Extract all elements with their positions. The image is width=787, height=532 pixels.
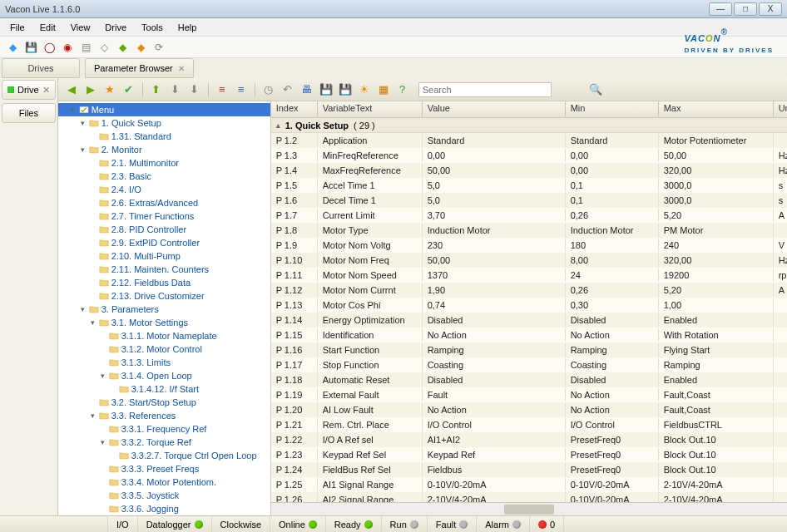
close-drive-icon[interactable]: ✕	[42, 85, 50, 96]
tree-item[interactable]: 3.3.6. Jogging	[58, 502, 270, 515]
menu-tools[interactable]: Tools	[135, 20, 170, 35]
table-row[interactable]: P 1.11Motor Nom Speed13702419200rpm0	[271, 268, 787, 283]
expand-icon[interactable]	[88, 159, 98, 167]
table-row[interactable]: P 1.4MaxFreqReference50,000,00320,00Hz0,…	[271, 163, 787, 178]
tree-item[interactable]: 3.3.1. Frequency Ref	[58, 422, 270, 436]
tree-item[interactable]: 2.10. Multi-Pump	[58, 249, 270, 263]
tree-item[interactable]: 3.1.4.12. I/f Start	[58, 382, 270, 396]
tree-item[interactable]: 3.1.1. Motor Nameplate	[58, 329, 270, 342]
table-row[interactable]: P 1.19External FaultFaultNo ActionFault,…	[271, 387, 787, 402]
tree-item[interactable]: 1.31. Standard	[58, 130, 270, 143]
table-row[interactable]: P 1.6Decel Time 15,00,13000,0s5,0	[271, 193, 787, 208]
horizontal-scrollbar[interactable]	[271, 502, 787, 515]
table-row[interactable]: P 1.24FieldBus Ref SelFieldbusPresetFreq…	[271, 462, 787, 477]
drives-tab[interactable]: Drives	[2, 58, 80, 78]
expand-icon[interactable]: ▾	[88, 411, 98, 420]
expand-icon[interactable]: ▾	[78, 119, 88, 127]
expand-icon[interactable]	[88, 212, 98, 220]
record-icon[interactable]: ◉	[60, 40, 75, 55]
table-row[interactable]: P 1.26AI2 Signal Range2-10V/4-20mA0-10V/…	[271, 492, 787, 502]
expand-icon[interactable]	[88, 172, 98, 180]
table-row[interactable]: P 1.13Motor Cos Phi0,740,301,000,00	[271, 298, 787, 313]
tree-item[interactable]: 2.7. Timer Functions	[58, 209, 270, 223]
table-row[interactable]: P 1.21Rem. Ctrl. PlaceI/O ControlI/O Con…	[271, 417, 787, 432]
tree-item[interactable]: ▾3. Parameters	[58, 303, 270, 316]
expand-icon[interactable]	[98, 345, 108, 353]
tree-item[interactable]: 2.1. Multimonitor	[58, 156, 270, 170]
collapse-icon[interactable]: ▴	[276, 121, 280, 130]
table-row[interactable]: P 1.17Stop FunctionCoastingCoastingRampi…	[271, 357, 787, 372]
nav-fwd-icon[interactable]: ▶	[82, 81, 99, 98]
tree-item[interactable]: 3.2. Start/Stop Setup	[58, 396, 270, 409]
tree-item[interactable]: 3.3.5. Joystick	[58, 489, 270, 502]
disk-icon[interactable]: 💾	[318, 81, 334, 98]
tree-item[interactable]: 2.11. Mainten. Counters	[58, 263, 270, 276]
tree-item[interactable]: 2.13. Drive Customizer	[58, 289, 270, 303]
download-icon[interactable]: ⬇	[167, 81, 184, 98]
list-blue-icon[interactable]: ≡	[233, 81, 250, 98]
menu-help[interactable]: Help	[171, 20, 204, 35]
expand-icon[interactable]	[98, 478, 108, 486]
tree-item[interactable]: 3.1.3. Limits	[58, 356, 270, 369]
navigation-tree[interactable]: ▾Menu▾1. Quick Setup 1.31. Standard▾2. M…	[58, 101, 271, 515]
expand-icon[interactable]	[108, 451, 118, 460]
tree-item[interactable]: ▾1. Quick Setup	[58, 116, 270, 130]
expand-icon[interactable]: ▾	[88, 318, 98, 327]
tree-item[interactable]: 2.12. Fieldbus Data	[58, 276, 270, 289]
nav-back-icon[interactable]: ◀	[63, 81, 80, 98]
table-row[interactable]: P 1.3MinFreqReference0,000,0050,00Hz0,00	[271, 148, 787, 163]
expand-icon[interactable]	[98, 332, 108, 340]
table-row[interactable]: P 1.8Motor TypeInduction MotorInduction …	[271, 223, 787, 238]
col-unit[interactable]: Unit	[774, 101, 787, 117]
tree-item[interactable]: ▾3.3.2. Torque Ref	[58, 436, 270, 449]
col-value[interactable]: Value	[423, 101, 566, 117]
tree-item[interactable]: 2.4. I/O	[58, 183, 270, 196]
table-row[interactable]: P 1.12Motor Nom Currnt1,900,265,20A0,00	[271, 283, 787, 298]
check-icon[interactable]: ✔	[121, 81, 137, 98]
table-row[interactable]: P 1.23Keypad Ref SelKeypad RefPresetFreq…	[271, 447, 787, 462]
table-row[interactable]: P 1.5Accel Time 15,00,13000,0s5,0	[271, 178, 787, 193]
tree-item[interactable]: 3.1.2. Motor Control	[58, 342, 270, 356]
close-tab-icon[interactable]: ✕	[178, 64, 185, 73]
tree-item[interactable]: ▾2. Monitor	[58, 143, 270, 156]
diamond-orange-icon[interactable]: ◆	[133, 40, 148, 55]
expand-icon[interactable]	[88, 398, 98, 406]
expand-icon[interactable]	[98, 491, 108, 500]
expand-icon[interactable]: ▾	[78, 305, 88, 313]
col-min[interactable]: Min	[566, 101, 659, 117]
col-index[interactable]: Index	[271, 101, 318, 117]
expand-icon[interactable]	[98, 425, 108, 433]
table-row[interactable]: P 1.14Energy OptimizationDisabledDisable…	[271, 313, 787, 328]
tree-item[interactable]: 2.8. PID Controller	[58, 223, 270, 236]
list-red-icon[interactable]: ≡	[214, 81, 230, 98]
search-icon[interactable]: 🔍	[587, 81, 604, 98]
upload-icon[interactable]: ⬆	[148, 81, 165, 98]
clock-icon[interactable]: ◷	[260, 81, 277, 98]
expand-icon[interactable]	[88, 225, 98, 234]
expand-icon[interactable]	[88, 199, 98, 207]
expand-icon[interactable]	[88, 252, 98, 260]
expand-icon[interactable]: ▾	[98, 438, 108, 446]
diamond-green-icon[interactable]: ◆	[115, 40, 130, 55]
expand-icon[interactable]	[98, 465, 108, 473]
tree-item[interactable]: ▾3.3. References	[58, 409, 270, 422]
table-row[interactable]: P 1.9Motor Nom Voltg230180240V0	[271, 238, 787, 253]
diamond-blue-icon[interactable]: ◆	[5, 40, 20, 55]
group-row[interactable]: ▴ 1. Quick Setup ( 29 )	[271, 118, 787, 133]
tree-item[interactable]: 2.3. Basic	[58, 170, 270, 183]
tree-item[interactable]: 2.9. ExtPID Controller	[58, 236, 270, 249]
files-tab[interactable]: Files	[2, 103, 56, 123]
table-row[interactable]: P 1.10Motor Nom Freq50,008,00320,00Hz0,0…	[271, 253, 787, 268]
sun-icon[interactable]: ☀	[356, 81, 373, 98]
expand-icon[interactable]	[88, 292, 98, 300]
calendar-icon[interactable]: ▦	[375, 81, 392, 98]
disk2-icon[interactable]: 💾	[337, 81, 354, 98]
tree-root[interactable]: ▾Menu	[58, 103, 270, 116]
expand-icon[interactable]: ▾	[98, 372, 108, 380]
table-row[interactable]: P 1.20AI Low FaultNo ActionNo ActionFaul…	[271, 402, 787, 417]
grid-body[interactable]: P 1.2ApplicationStandardStandardMotor Po…	[271, 133, 787, 502]
expand-icon[interactable]	[88, 278, 98, 287]
parameter-browser-tab[interactable]: Parameter Browser ✕	[85, 58, 194, 78]
menu-drive[interactable]: Drive	[98, 20, 133, 35]
expand-icon[interactable]	[88, 132, 98, 140]
